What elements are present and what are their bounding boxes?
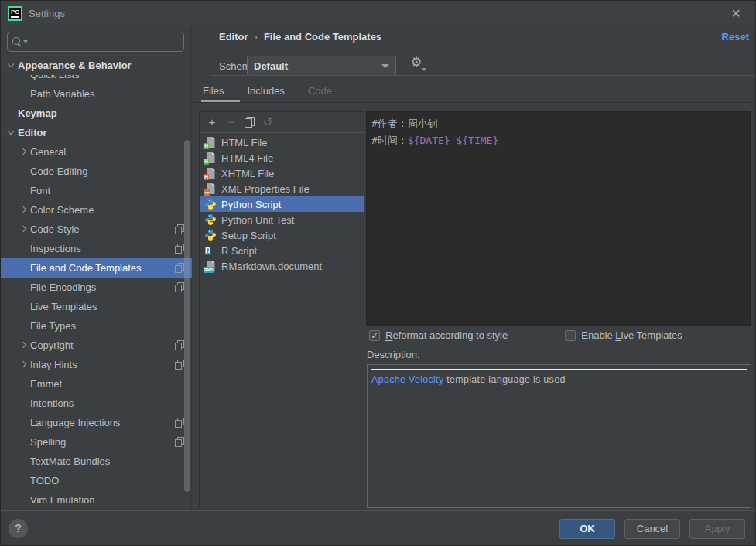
modified-indicator-icon — [175, 263, 184, 273]
template-item-label: R Script — [221, 245, 257, 257]
scheme-separator — [210, 75, 756, 76]
file-badge: H — [204, 159, 209, 165]
template-item-setup-script[interactable]: Setup Script — [200, 227, 364, 243]
settings-tree: Appearance & BehaviorQuick ListsPath Var… — [1, 56, 192, 510]
sidebar-item-appearance-behavior[interactable]: Appearance & Behavior — [1, 56, 192, 75]
file-badge: H — [204, 174, 209, 180]
template-item-xhtml-file[interactable]: HXHTML File — [200, 166, 364, 181]
sidebar-item-label: Spelling — [30, 436, 66, 448]
revert-template-icon: ↺ — [262, 116, 274, 128]
sidebar-item-inlay-hints[interactable]: Inlay Hints — [1, 355, 192, 374]
template-item-label: HTML File — [221, 137, 267, 148]
reformat-checkbox[interactable]: ✓ — [369, 330, 380, 341]
template-item-python-script[interactable]: Python Script — [200, 196, 364, 212]
apply-button: Apply — [689, 519, 745, 539]
scheme-dropdown[interactable]: Default — [247, 56, 396, 76]
chevron-placeholder — [19, 76, 30, 84]
chevron-placeholder — [19, 419, 30, 427]
python-file-icon — [204, 229, 217, 241]
title-bar: PC Settings × — [1, 1, 756, 26]
chevron-right-icon[interactable] — [19, 206, 30, 214]
sidebar-item-todo[interactable]: TODO — [1, 471, 192, 490]
description-divider — [371, 369, 747, 370]
sidebar-item-label: Code Editing — [30, 166, 87, 177]
template-editor[interactable]: #作者：周小钊#时间：${DATE} ${TIME} — [366, 111, 751, 326]
tab-includes[interactable]: Includes — [245, 83, 286, 102]
sidebar-item-editor[interactable]: Editor — [1, 123, 192, 142]
sidebar-item-spelling[interactable]: Spelling — [1, 432, 192, 452]
breadcrumb-separator: › — [255, 31, 258, 43]
sidebar-item-label: Inlay Hints — [30, 359, 77, 370]
breadcrumb: Editor›File and Code Templates — [219, 31, 381, 43]
chevron-placeholder — [19, 322, 30, 330]
sidebar-scrollbar[interactable] — [184, 140, 190, 492]
close-icon[interactable]: × — [726, 4, 746, 24]
sidebar-item-color-scheme[interactable]: Color Scheme — [1, 200, 192, 220]
add-template-icon[interactable]: + — [206, 116, 218, 128]
reformat-option[interactable]: ✓ Reformat according to style — [369, 329, 508, 341]
sidebar-item-live-templates[interactable]: Live Templates — [1, 297, 192, 316]
template-item-html-file[interactable]: HHTML File — [200, 135, 364, 150]
scheme-actions-gear-icon[interactable]: ⚙ — [408, 54, 425, 71]
chevron-right-icon[interactable] — [19, 361, 30, 369]
sidebar-item-inspections[interactable]: Inspections — [1, 239, 192, 258]
sidebar-item-emmet[interactable]: Emmet — [1, 374, 192, 394]
sidebar-item-file-and-code-templates[interactable]: File and Code Templates — [1, 258, 192, 278]
chevron-down-icon[interactable] — [7, 62, 18, 70]
live-templates-option[interactable]: Enable Live Templates — [565, 329, 682, 341]
sidebar-item-textmate-bundles[interactable]: TextMate Bundles — [1, 452, 192, 471]
sidebar-item-code-style[interactable]: Code Style — [1, 220, 192, 239]
sidebar-item-label: Copyright — [30, 340, 74, 351]
sidebar-item-file-encodings[interactable]: File Encodings — [1, 278, 192, 297]
chevron-right-icon[interactable] — [19, 226, 30, 234]
chevron-placeholder — [19, 439, 30, 446]
chevron-right-icon[interactable] — [19, 148, 30, 156]
sidebar-item-keymap[interactable]: Keymap — [1, 104, 192, 123]
chevron-placeholder — [7, 110, 18, 118]
template-item-python-unit-test[interactable]: Python Unit Test — [200, 212, 364, 227]
template-item-rmarkdown-document[interactable]: RMDRMarkdown.document — [200, 258, 364, 274]
template-item-xml-properties-file[interactable]: <>XML Properties File — [200, 181, 364, 196]
scheme-selected-value: Default — [254, 60, 381, 72]
template-item-r-script[interactable]: RR Script — [200, 243, 364, 258]
sidebar-item-path-variables[interactable]: Path Variables — [1, 84, 192, 104]
sidebar-item-vim-emulation[interactable]: Vim Emulation — [1, 490, 192, 510]
chevron-placeholder — [19, 245, 30, 253]
description-panel: Apache Velocity template language is use… — [367, 364, 751, 508]
copy-template-icon[interactable] — [245, 117, 255, 128]
cancel-button[interactable]: Cancel — [624, 519, 680, 539]
sidebar-item-font[interactable]: Font — [1, 181, 192, 200]
sidebar-item-language-injections[interactable]: Language Injections — [1, 413, 192, 432]
template-item-html4-file[interactable]: HHTML4 File — [200, 150, 364, 166]
apache-velocity-link[interactable]: Apache Velocity — [371, 374, 443, 385]
xml-properties-file-icon: <> — [204, 183, 217, 195]
chevron-placeholder — [19, 284, 30, 292]
live-templates-checkbox[interactable] — [565, 330, 576, 341]
template-item-label: Python Script — [221, 199, 281, 210]
settings-search-box[interactable] — [7, 32, 184, 52]
description-label: Description: — [367, 349, 420, 360]
sidebar-item-quick-lists[interactable]: Quick Lists — [1, 75, 192, 84]
help-icon[interactable]: ? — [9, 519, 28, 538]
sidebar-item-label: Intentions — [30, 398, 74, 409]
sidebar-item-general[interactable]: General — [1, 142, 192, 162]
modified-indicator-icon — [175, 340, 184, 350]
sidebar-item-label: File Types — [30, 320, 76, 332]
template-options-row: ✓ Reformat according to style Enable Liv… — [369, 329, 682, 341]
breadcrumb-parent[interactable]: Editor — [219, 31, 248, 43]
settings-dialog: PC Settings × Appearance & BehaviorQuick… — [0, 0, 756, 546]
ok-button[interactable]: OK — [559, 519, 615, 539]
settings-search-input[interactable] — [28, 33, 183, 50]
sidebar-item-file-types[interactable]: File Types — [1, 316, 192, 336]
reset-link[interactable]: Reset — [722, 31, 749, 43]
tabs-separator — [193, 102, 756, 103]
description-text: Apache Velocity template language is use… — [371, 374, 747, 385]
sidebar-item-intentions[interactable]: Intentions — [1, 394, 192, 413]
chevron-down-icon[interactable] — [7, 129, 18, 137]
sidebar-item-code-editing[interactable]: Code Editing — [1, 162, 192, 181]
modified-indicator-icon — [175, 224, 184, 234]
chevron-right-icon[interactable] — [19, 342, 30, 350]
pycharm-logo-icon: PC — [8, 6, 22, 21]
sidebar-item-copyright[interactable]: Copyright — [1, 336, 192, 355]
chevron-placeholder — [19, 400, 30, 408]
